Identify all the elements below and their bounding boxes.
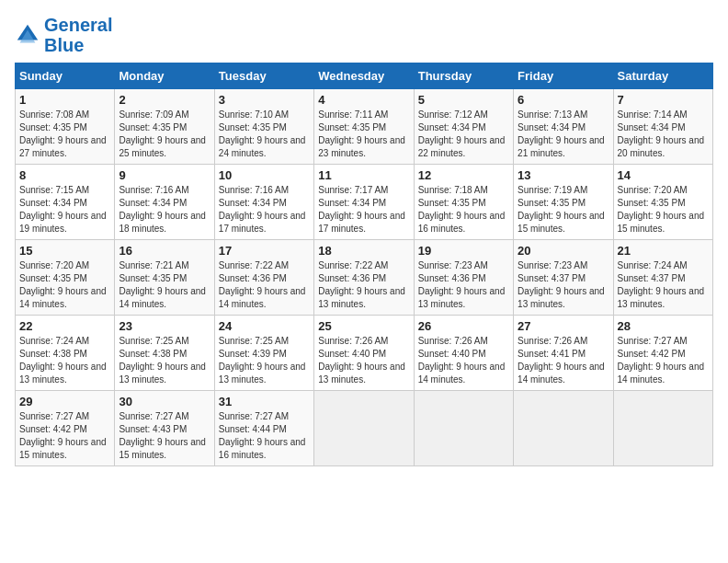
day-info: Sunrise: 7:22 AMSunset: 4:36 PMDaylight:…: [318, 259, 409, 311]
day-info: Sunrise: 7:26 AMSunset: 4:40 PMDaylight:…: [318, 335, 409, 386]
day-info: Sunrise: 7:27 AMSunset: 4:43 PMDaylight:…: [119, 410, 210, 462]
day-info: Sunrise: 7:26 AMSunset: 4:40 PMDaylight:…: [418, 335, 509, 386]
day-info: Sunrise: 7:12 AMSunset: 4:34 PMDaylight:…: [418, 109, 509, 160]
calendar-cell: 17Sunrise: 7:22 AMSunset: 4:36 PMDayligh…: [214, 240, 313, 316]
calendar-cell: 16Sunrise: 7:21 AMSunset: 4:35 PMDayligh…: [115, 240, 214, 316]
day-info: Sunrise: 7:22 AMSunset: 4:36 PMDaylight:…: [219, 259, 310, 311]
day-of-week-friday: Friday: [514, 63, 613, 89]
calendar-cell: 27Sunrise: 7:26 AMSunset: 4:41 PMDayligh…: [514, 316, 613, 391]
day-number: 23: [119, 319, 210, 333]
calendar-cell: 22Sunrise: 7:24 AMSunset: 4:38 PMDayligh…: [16, 316, 115, 391]
day-number: 18: [318, 244, 409, 258]
calendar-cell: 2Sunrise: 7:09 AMSunset: 4:35 PMDaylight…: [115, 89, 214, 165]
day-number: 3: [219, 93, 310, 107]
day-info: Sunrise: 7:08 AMSunset: 4:35 PMDaylight:…: [19, 109, 110, 160]
day-info: Sunrise: 7:25 AMSunset: 4:38 PMDaylight:…: [119, 335, 210, 386]
calendar-cell: 1Sunrise: 7:08 AMSunset: 4:35 PMDaylight…: [16, 89, 115, 165]
day-info: Sunrise: 7:21 AMSunset: 4:35 PMDaylight:…: [119, 259, 210, 311]
calendar-cell: 18Sunrise: 7:22 AMSunset: 4:36 PMDayligh…: [314, 240, 414, 316]
day-info: Sunrise: 7:09 AMSunset: 4:35 PMDaylight:…: [119, 109, 210, 160]
day-number: 20: [518, 244, 609, 258]
calendar-cell: 26Sunrise: 7:26 AMSunset: 4:40 PMDayligh…: [414, 316, 513, 391]
day-of-week-monday: Monday: [115, 63, 214, 89]
calendar-cell: 23Sunrise: 7:25 AMSunset: 4:38 PMDayligh…: [115, 316, 214, 391]
day-number: 22: [19, 319, 110, 333]
day-info: Sunrise: 7:25 AMSunset: 4:39 PMDaylight:…: [219, 335, 310, 386]
day-info: Sunrise: 7:13 AMSunset: 4:34 PMDaylight:…: [518, 109, 609, 160]
day-info: Sunrise: 7:24 AMSunset: 4:38 PMDaylight:…: [19, 335, 110, 386]
calendar-cell: 4Sunrise: 7:11 AMSunset: 4:35 PMDaylight…: [314, 89, 414, 165]
logo-icon: [15, 22, 40, 48]
day-number: 16: [119, 244, 210, 258]
day-of-week-tuesday: Tuesday: [214, 63, 313, 89]
day-number: 11: [318, 168, 409, 182]
day-number: 1: [19, 93, 110, 107]
day-info: Sunrise: 7:15 AMSunset: 4:34 PMDaylight:…: [19, 184, 110, 236]
day-number: 4: [318, 93, 409, 107]
day-info: Sunrise: 7:20 AMSunset: 4:35 PMDaylight:…: [618, 184, 709, 236]
day-info: Sunrise: 7:17 AMSunset: 4:34 PMDaylight:…: [318, 184, 409, 236]
day-of-week-saturday: Saturday: [613, 63, 712, 89]
calendar-cell: 11Sunrise: 7:17 AMSunset: 4:34 PMDayligh…: [314, 165, 414, 240]
day-number: 21: [618, 244, 709, 258]
page-header: General Blue: [15, 15, 713, 55]
logo-blue: Blue: [44, 35, 84, 55]
calendar-table: SundayMondayTuesdayWednesdayThursdayFrid…: [15, 63, 713, 466]
logo-text: General Blue: [44, 15, 112, 55]
calendar-cell: [414, 391, 513, 466]
week-row-2: 8Sunrise: 7:15 AMSunset: 4:34 PMDaylight…: [16, 165, 713, 240]
day-number: 28: [618, 319, 709, 333]
day-of-week-wednesday: Wednesday: [314, 63, 414, 89]
calendar-cell: 9Sunrise: 7:16 AMSunset: 4:34 PMDaylight…: [115, 165, 214, 240]
day-number: 12: [418, 168, 509, 182]
day-info: Sunrise: 7:27 AMSunset: 4:44 PMDaylight:…: [219, 410, 310, 462]
calendar-cell: 14Sunrise: 7:20 AMSunset: 4:35 PMDayligh…: [613, 165, 712, 240]
day-number: 19: [418, 244, 509, 258]
day-number: 9: [119, 168, 210, 182]
calendar-cell: 6Sunrise: 7:13 AMSunset: 4:34 PMDaylight…: [514, 89, 613, 165]
day-number: 27: [518, 319, 609, 333]
day-info: Sunrise: 7:24 AMSunset: 4:37 PMDaylight:…: [618, 259, 709, 311]
day-of-week-thursday: Thursday: [414, 63, 513, 89]
day-info: Sunrise: 7:10 AMSunset: 4:35 PMDaylight:…: [219, 109, 310, 160]
logo-general: General: [44, 15, 112, 35]
day-number: 17: [219, 244, 310, 258]
day-info: Sunrise: 7:14 AMSunset: 4:34 PMDaylight:…: [618, 109, 709, 160]
calendar-cell: 25Sunrise: 7:26 AMSunset: 4:40 PMDayligh…: [314, 316, 414, 391]
calendar-cell: 8Sunrise: 7:15 AMSunset: 4:34 PMDaylight…: [16, 165, 115, 240]
day-number: 31: [219, 395, 310, 408]
logo: General Blue: [15, 15, 112, 55]
day-info: Sunrise: 7:11 AMSunset: 4:35 PMDaylight:…: [318, 109, 409, 160]
calendar-cell: 24Sunrise: 7:25 AMSunset: 4:39 PMDayligh…: [214, 316, 313, 391]
week-row-4: 22Sunrise: 7:24 AMSunset: 4:38 PMDayligh…: [16, 316, 713, 391]
day-number: 10: [219, 168, 310, 182]
week-row-3: 15Sunrise: 7:20 AMSunset: 4:35 PMDayligh…: [16, 240, 713, 316]
day-info: Sunrise: 7:19 AMSunset: 4:35 PMDaylight:…: [518, 184, 609, 236]
day-number: 2: [119, 93, 210, 107]
day-info: Sunrise: 7:23 AMSunset: 4:37 PMDaylight:…: [518, 259, 609, 311]
day-info: Sunrise: 7:16 AMSunset: 4:34 PMDaylight:…: [119, 184, 210, 236]
calendar-cell: 10Sunrise: 7:16 AMSunset: 4:34 PMDayligh…: [214, 165, 313, 240]
day-number: 13: [518, 168, 609, 182]
day-info: Sunrise: 7:20 AMSunset: 4:35 PMDaylight:…: [19, 259, 110, 311]
calendar-cell: 5Sunrise: 7:12 AMSunset: 4:34 PMDaylight…: [414, 89, 513, 165]
day-number: 24: [219, 319, 310, 333]
day-info: Sunrise: 7:18 AMSunset: 4:35 PMDaylight:…: [418, 184, 509, 236]
calendar-cell: 7Sunrise: 7:14 AMSunset: 4:34 PMDaylight…: [613, 89, 712, 165]
day-number: 6: [518, 93, 609, 107]
day-number: 30: [119, 395, 210, 408]
day-info: Sunrise: 7:27 AMSunset: 4:42 PMDaylight:…: [618, 335, 709, 386]
day-number: 29: [19, 395, 110, 408]
calendar-cell: 21Sunrise: 7:24 AMSunset: 4:37 PMDayligh…: [613, 240, 712, 316]
day-of-week-header: SundayMondayTuesdayWednesdayThursdayFrid…: [16, 63, 713, 89]
day-number: 25: [318, 319, 409, 333]
week-row-1: 1Sunrise: 7:08 AMSunset: 4:35 PMDaylight…: [16, 89, 713, 165]
day-info: Sunrise: 7:23 AMSunset: 4:36 PMDaylight:…: [418, 259, 509, 311]
week-row-5: 29Sunrise: 7:27 AMSunset: 4:42 PMDayligh…: [16, 391, 713, 466]
calendar-cell: 19Sunrise: 7:23 AMSunset: 4:36 PMDayligh…: [414, 240, 513, 316]
day-number: 7: [618, 93, 709, 107]
calendar-cell: 20Sunrise: 7:23 AMSunset: 4:37 PMDayligh…: [514, 240, 613, 316]
calendar-cell: 3Sunrise: 7:10 AMSunset: 4:35 PMDaylight…: [214, 89, 313, 165]
calendar-cell: 29Sunrise: 7:27 AMSunset: 4:42 PMDayligh…: [16, 391, 115, 466]
calendar-cell: [314, 391, 414, 466]
